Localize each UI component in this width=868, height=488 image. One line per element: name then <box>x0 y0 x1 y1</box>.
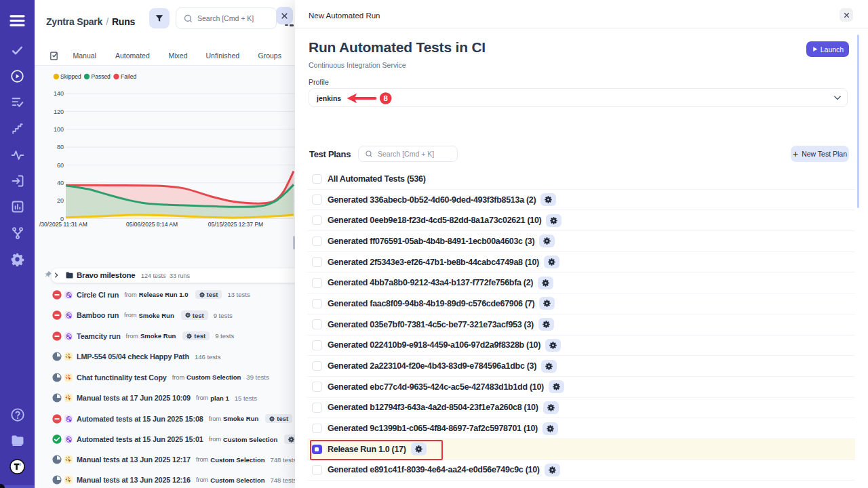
svg-text:Failed: Failed <box>121 73 136 80</box>
svg-text:Passed: Passed <box>92 73 111 80</box>
svg-text:Skipped: Skipped <box>60 73 81 80</box>
svg-text:05/15/2025 12:37 PM: 05/15/2025 12:37 PM <box>208 221 263 228</box>
svg-text:20: 20 <box>57 197 64 204</box>
svg-text:80: 80 <box>57 144 64 150</box>
svg-text:8: 8 <box>383 94 388 102</box>
svg-text:120: 120 <box>54 108 64 115</box>
svg-text:60: 60 <box>57 162 64 169</box>
svg-text:40: 40 <box>57 180 64 186</box>
svg-text:/30/2025 11:31 AM: /30/2025 11:31 AM <box>39 221 87 228</box>
svg-text:05/06/2025 8:14 AM: 05/06/2025 8:14 AM <box>126 221 178 228</box>
svg-text:140: 140 <box>54 90 64 97</box>
svg-text:100: 100 <box>54 126 64 133</box>
